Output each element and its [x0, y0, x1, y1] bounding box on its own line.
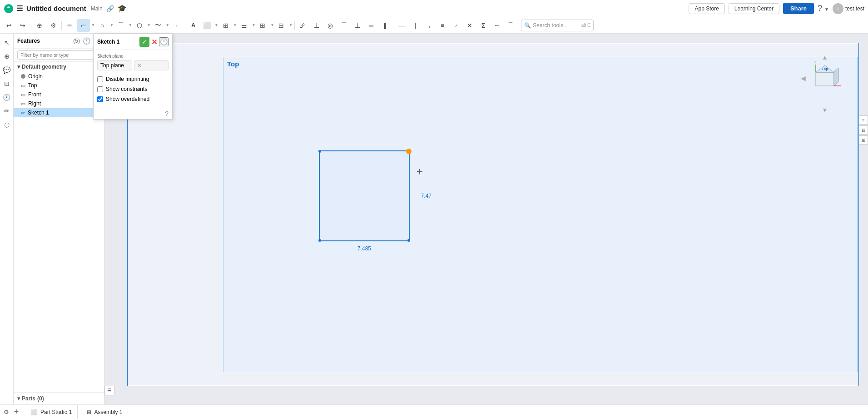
arc-tool2[interactable]: ⌒	[504, 19, 517, 32]
x-tool[interactable]: ✕	[463, 19, 476, 32]
learning-center-button[interactable]: Learning Center	[729, 3, 779, 14]
tangent-button[interactable]: ⌒	[337, 19, 350, 32]
polygon-button[interactable]: ⬡	[133, 19, 146, 32]
right-plane-item[interactable]: ▭ Right	[14, 99, 104, 108]
dropdown-arrow[interactable]: ▼	[252, 23, 255, 27]
line-button[interactable]: ✏	[64, 19, 76, 32]
view-button[interactable]: ⊟	[275, 19, 288, 32]
default-geometry-group[interactable]: ▾ Default geometry	[14, 62, 104, 72]
arc-button[interactable]: ⌒	[114, 19, 127, 32]
text-button[interactable]: A	[187, 19, 200, 32]
top-plane-item[interactable]: ▭ Top	[14, 81, 104, 90]
coincident-button[interactable]: ⊥	[310, 19, 323, 32]
dropdown-arrow[interactable]: ▼	[166, 23, 169, 27]
dropdown-arrow[interactable]: ▼	[91, 23, 95, 27]
link-icon[interactable]: 🔗	[106, 5, 114, 12]
equal-button[interactable]: ═	[365, 19, 377, 32]
assembly-tab[interactable]: ⊞ Assembly 1	[81, 405, 128, 419]
sketch-confirm-button[interactable]: ✓	[139, 37, 149, 47]
vertical-line[interactable]: |	[409, 19, 422, 32]
rectangle-button[interactable]: ▭	[77, 19, 90, 32]
sketch-style-button[interactable]: ⚙	[47, 19, 60, 32]
origin-left-icon[interactable]: ⊕	[1, 51, 12, 62]
select-tool-icon[interactable]: ↖	[1, 37, 12, 48]
filter-row	[14, 49, 104, 62]
canvas-area[interactable]: Sketch 1 Top ✕ 7.47 7.485	[104, 34, 868, 404]
disable-imprinting-checkbox[interactable]	[97, 76, 103, 82]
part-studio-tab[interactable]: ⬜ Part Studio 1	[25, 405, 78, 419]
help-button[interactable]: ? ▼	[818, 4, 829, 13]
sketch1-item[interactable]: ✏ Sketch 1	[14, 108, 104, 117]
disable-imprinting-row: Disable imprinting	[97, 74, 169, 84]
dropdown-arrow[interactable]: ▼	[110, 23, 114, 27]
dropdown-arrow[interactable]: ▼	[215, 23, 218, 27]
equals-tool[interactable]: ≡	[436, 19, 449, 32]
right-panel-icon-3[interactable]: ⊞	[859, 135, 868, 145]
nav-left-arrow[interactable]: ◀	[801, 75, 806, 82]
toolbar-separator	[393, 21, 393, 30]
search-icon: 🔍	[524, 22, 531, 29]
midpoint-button[interactable]: ⊥	[351, 19, 364, 32]
pencil-left-icon[interactable]: ✏	[1, 105, 12, 116]
sketch-popup: Sketch 1 ✓ ✕ 🕐 Sketch plane Top plane ✕ …	[93, 34, 173, 120]
clear-plane-button[interactable]: ✕	[134, 60, 169, 70]
list-expand-button[interactable]: ☰	[104, 386, 114, 395]
cube-svg: Top X Y	[809, 61, 841, 93]
hamburger-icon[interactable]: ☰	[16, 4, 23, 13]
features-history-button[interactable]: 🕐	[82, 36, 91, 45]
parallel-button[interactable]: ∥	[378, 19, 391, 32]
share-button[interactable]: Share	[783, 3, 814, 14]
show-constraints-checkbox[interactable]	[97, 86, 103, 92]
app-store-button[interactable]: App Store	[689, 3, 724, 14]
dropdown-arrow[interactable]: ▼	[270, 23, 274, 27]
dropdown-arrow[interactable]: ▼	[147, 23, 151, 27]
parts-header[interactable]: ▾ Parts (0)	[14, 392, 104, 404]
sketch-popup-footer: ?	[94, 108, 172, 119]
front-plane-item[interactable]: ▭ Front	[14, 90, 104, 99]
sketch-popup-header: Sketch 1 ✓ ✕ 🕐	[94, 34, 172, 50]
sum-tool[interactable]: Σ	[477, 19, 490, 32]
slash-tool[interactable]: ⟋	[450, 19, 462, 32]
circle-left-icon[interactable]: ◌	[1, 119, 12, 130]
nav-up-arrow[interactable]: ▲	[822, 54, 828, 61]
circle-button[interactable]: ○	[96, 19, 109, 32]
circle-constraint[interactable]: ◎	[324, 19, 337, 32]
use-button[interactable]: ⊞	[219, 19, 232, 32]
svg-marker-1	[816, 72, 834, 86]
sketch-history-button[interactable]: 🕐	[159, 37, 169, 46]
dropdown-arrow[interactable]: ▼	[129, 23, 132, 27]
speech-bubble-icon[interactable]: 💬	[1, 65, 12, 75]
redo-button[interactable]: ↪	[16, 19, 29, 32]
pencil-tool[interactable]: 🖊	[297, 19, 309, 32]
tilde-tool[interactable]: ～	[491, 19, 503, 32]
undo-button[interactable]: ↩	[3, 19, 15, 32]
search-tools-input[interactable]: 🔍 Search tools... alt C	[521, 20, 594, 31]
horizontal-line[interactable]: —	[395, 19, 408, 32]
origin-button[interactable]: ⊕	[33, 19, 46, 32]
slot-button[interactable]: ⬜	[201, 19, 213, 32]
settings-icon[interactable]: ⚙	[4, 409, 9, 415]
angle-tool[interactable]: ⌟	[422, 19, 435, 32]
top-plane-canvas-label: Top	[227, 60, 239, 68]
sketch-help-icon[interactable]: ?	[165, 110, 169, 117]
filter-icon[interactable]: ⊟	[1, 78, 12, 89]
origin-item[interactable]: Origin	[14, 72, 104, 81]
dropdown-arrow[interactable]: ▼	[233, 23, 237, 27]
dropdown-arrow[interactable]: ▼	[289, 23, 293, 27]
origin-icon	[21, 74, 25, 79]
show-overdefined-row: Show overdefined	[97, 94, 169, 104]
clock-icon[interactable]: 🕐	[1, 92, 12, 103]
nav-down-arrow[interactable]: ▼	[822, 106, 828, 114]
grid-button[interactable]: ⊞	[256, 19, 269, 32]
right-panel-icon-2[interactable]: ⊟	[859, 125, 868, 135]
features-filter-input[interactable]	[17, 50, 100, 60]
svg-point-0	[4, 4, 13, 13]
spline-button[interactable]: 〜	[152, 19, 164, 32]
show-overdefined-checkbox[interactable]	[97, 96, 103, 102]
add-tab-button[interactable]: +	[11, 407, 22, 418]
point-button[interactable]: ·	[170, 19, 183, 32]
user-menu-button[interactable]: T test test	[833, 3, 864, 14]
sketch-tools-button[interactable]: ⚌	[238, 19, 250, 32]
right-panel-icon-1[interactable]: ≡	[859, 115, 868, 125]
sketch-cancel-button[interactable]: ✕	[151, 38, 157, 46]
